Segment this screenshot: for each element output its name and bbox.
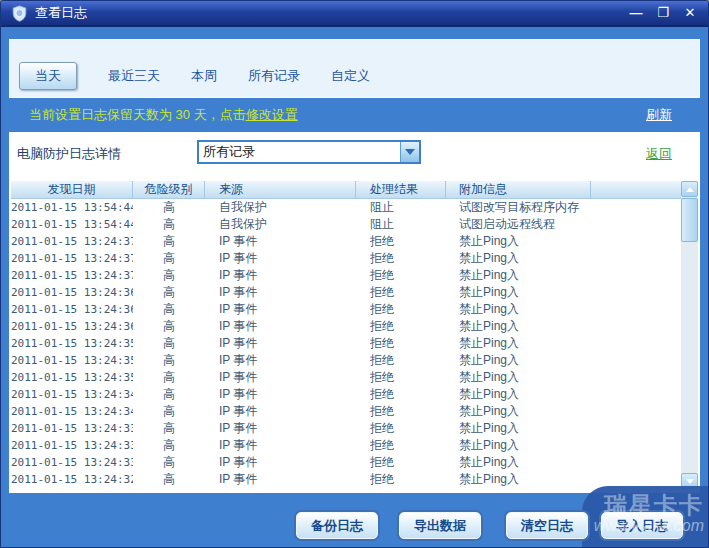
- cell-extra-info: 禁止Ping入: [446, 352, 591, 369]
- table-row[interactable]: 2011-01-15 13:24:37高IP 事件拒绝禁止Ping入: [11, 233, 681, 250]
- maximize-button[interactable]: ❐: [655, 5, 671, 21]
- cell-date: 2011-01-15 13:24:32: [11, 471, 133, 488]
- modify-settings-link[interactable]: 修改设置: [246, 107, 298, 122]
- table-row[interactable]: 2011-01-15 13:24:34高IP 事件拒绝禁止Ping入: [11, 386, 681, 403]
- scroll-up-icon[interactable]: [681, 181, 698, 197]
- table-row[interactable]: 2011-01-15 13:24:35高IP 事件拒绝禁止Ping入: [11, 352, 681, 369]
- minimize-button[interactable]: —: [628, 5, 644, 21]
- table-row[interactable]: 2011-01-15 13:24:33高IP 事件拒绝禁止Ping入: [11, 420, 681, 437]
- table-row[interactable]: 2011-01-15 13:24:35高IP 事件拒绝禁止Ping入: [11, 369, 681, 386]
- table-body: 2011-01-15 13:54:44高自我保护阻止试图改写目标程序内存2011…: [11, 199, 681, 489]
- table-row[interactable]: 2011-01-15 13:54:44高自我保护阻止试图启动远程线程: [11, 216, 681, 233]
- cell-result: 拒绝: [356, 318, 446, 335]
- table-row[interactable]: 2011-01-15 13:24:37高IP 事件拒绝禁止Ping入: [11, 250, 681, 267]
- log-viewer-window: 查看日志 — ❐ ✕ 当天最近三天本周所有记录自定义 当前设置日志保留天数为 3…: [0, 0, 709, 548]
- log-table: 发现日期危险级别来源处理结果附加信息 2011-01-15 13:54:44高自…: [11, 181, 698, 489]
- cell-source: 自我保护: [205, 199, 356, 216]
- footer-bar: 备份日志导出数据清空日志导入日志: [1, 493, 708, 548]
- cell-extra-info: 禁止Ping入: [446, 420, 591, 437]
- cell-extra-info: 禁止Ping入: [446, 403, 591, 420]
- filter-label: 电脑防护日志详情: [17, 145, 121, 163]
- tab-bar: 当天最近三天本周所有记录自定义: [19, 62, 370, 90]
- cell-filler: [591, 267, 681, 284]
- cell-result: 拒绝: [356, 335, 446, 352]
- cell-source: IP 事件: [205, 267, 356, 284]
- import-logs-button[interactable]: 导入日志: [601, 512, 683, 539]
- window-title: 查看日志: [35, 4, 87, 22]
- table-row[interactable]: 2011-01-15 13:54:44高自我保护阻止试图改写目标程序内存: [11, 199, 681, 216]
- cell-filler: [591, 352, 681, 369]
- cell-date: 2011-01-15 13:24:35: [11, 352, 133, 369]
- cell-extra-info: 禁止Ping入: [446, 386, 591, 403]
- scroll-thumb[interactable]: [681, 198, 698, 242]
- close-button[interactable]: ✕: [682, 5, 698, 21]
- cell-result: 拒绝: [356, 250, 446, 267]
- refresh-link[interactable]: 刷新: [646, 106, 672, 124]
- tab-custom[interactable]: 自定义: [331, 67, 370, 85]
- tab-this-week[interactable]: 本周: [191, 67, 217, 85]
- cell-filler: [591, 454, 681, 471]
- cell-risk-level: 高: [133, 403, 205, 420]
- cell-date: 2011-01-15 13:24:37: [11, 233, 133, 250]
- cell-result: 拒绝: [356, 454, 446, 471]
- cell-date: 2011-01-15 13:24:36: [11, 301, 133, 318]
- cell-date: 2011-01-15 13:24:35: [11, 335, 133, 352]
- cell-date: 2011-01-15 13:24:35: [11, 369, 133, 386]
- vertical-scrollbar[interactable]: [681, 181, 698, 489]
- cell-date: 2011-01-15 13:24:33: [11, 437, 133, 454]
- cell-extra-info: 禁止Ping入: [446, 454, 591, 471]
- table-row[interactable]: 2011-01-15 13:24:36高IP 事件拒绝禁止Ping入: [11, 318, 681, 335]
- back-link[interactable]: 返回: [646, 145, 672, 163]
- cell-risk-level: 高: [133, 267, 205, 284]
- cell-date: 2011-01-15 13:24:33: [11, 420, 133, 437]
- tab-today[interactable]: 当天: [19, 62, 77, 90]
- cell-date: 2011-01-15 13:24:36: [11, 284, 133, 301]
- table-row[interactable]: 2011-01-15 13:24:34高IP 事件拒绝禁止Ping入: [11, 403, 681, 420]
- record-type-dropdown[interactable]: 所有记录: [197, 140, 421, 164]
- content-panel: 电脑防护日志详情 所有记录 返回 发现日期危险级别来源处理结果附加信息 2011…: [9, 132, 700, 493]
- cell-source: IP 事件: [205, 318, 356, 335]
- cell-source: IP 事件: [205, 386, 356, 403]
- cell-date: 2011-01-15 13:54:44: [11, 199, 133, 216]
- cell-risk-level: 高: [133, 318, 205, 335]
- table-row[interactable]: 2011-01-15 13:24:32高IP 事件拒绝禁止Ping入: [11, 471, 681, 488]
- table-header: 发现日期危险级别来源处理结果附加信息: [11, 181, 698, 199]
- cell-extra-info: 禁止Ping入: [446, 267, 591, 284]
- cell-source: IP 事件: [205, 471, 356, 488]
- table-row[interactable]: 2011-01-15 13:24:33高IP 事件拒绝禁止Ping入: [11, 437, 681, 454]
- cell-risk-level: 高: [133, 335, 205, 352]
- cell-result: 拒绝: [356, 301, 446, 318]
- cell-source: IP 事件: [205, 301, 356, 318]
- clear-logs-button[interactable]: 清空日志: [506, 512, 588, 539]
- cell-date: 2011-01-15 13:24:37: [11, 267, 133, 284]
- cell-extra-info: 禁止Ping入: [446, 437, 591, 454]
- table-row[interactable]: 2011-01-15 13:24:36高IP 事件拒绝禁止Ping入: [11, 301, 681, 318]
- chevron-down-icon[interactable]: [400, 142, 419, 162]
- cell-filler: [591, 216, 681, 233]
- export-data-button[interactable]: 导出数据: [399, 512, 481, 539]
- table-row[interactable]: 2011-01-15 13:24:33高IP 事件拒绝禁止Ping入: [11, 454, 681, 471]
- cell-source: IP 事件: [205, 369, 356, 386]
- cell-filler: [591, 403, 681, 420]
- table-row[interactable]: 2011-01-15 13:24:37高IP 事件拒绝禁止Ping入: [11, 267, 681, 284]
- cell-risk-level: 高: [133, 301, 205, 318]
- tab-all-records[interactable]: 所有记录: [248, 67, 300, 85]
- column-header-source: 来源: [205, 181, 356, 198]
- cell-source: IP 事件: [205, 420, 356, 437]
- cell-extra-info: 禁止Ping入: [446, 250, 591, 267]
- column-header-result: 处理结果: [356, 181, 446, 198]
- cell-source: IP 事件: [205, 233, 356, 250]
- table-row[interactable]: 2011-01-15 13:24:35高IP 事件拒绝禁止Ping入: [11, 335, 681, 352]
- cell-filler: [591, 369, 681, 386]
- cell-risk-level: 高: [133, 352, 205, 369]
- cell-extra-info: 禁止Ping入: [446, 369, 591, 386]
- cell-extra-info: 禁止Ping入: [446, 301, 591, 318]
- cell-filler: [591, 437, 681, 454]
- dropdown-selected-value: 所有记录: [199, 143, 400, 161]
- table-row[interactable]: 2011-01-15 13:24:36高IP 事件拒绝禁止Ping入: [11, 284, 681, 301]
- tab-recent-3days[interactable]: 最近三天: [108, 67, 160, 85]
- cell-filler: [591, 199, 681, 216]
- backup-logs-button[interactable]: 备份日志: [296, 512, 378, 539]
- notice-bar: 当前设置日志保留天数为 30 天，点击修改设置 刷新: [1, 98, 708, 132]
- column-header-extra-info: 附加信息: [446, 181, 591, 198]
